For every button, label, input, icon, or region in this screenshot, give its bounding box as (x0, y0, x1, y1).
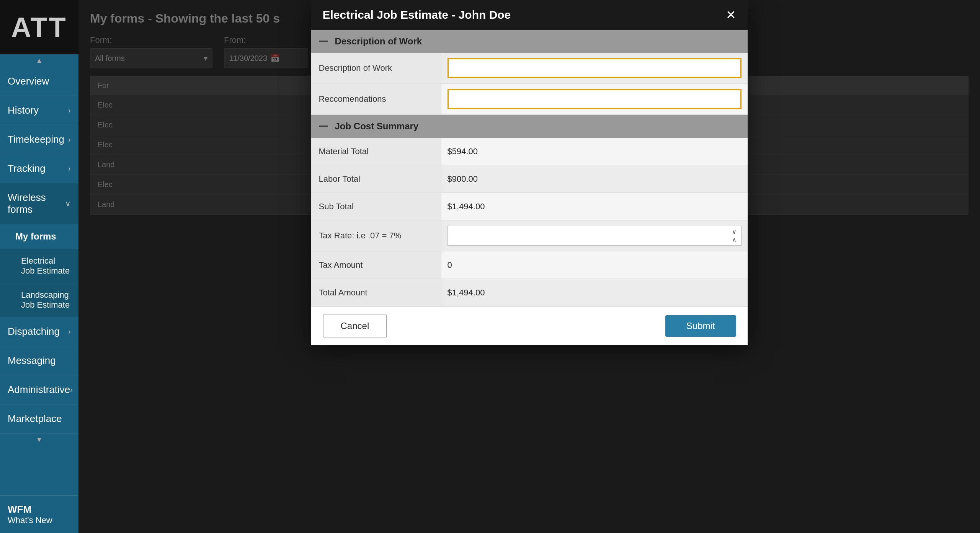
whats-new-label[interactable]: What's New (8, 515, 71, 525)
field-value-description (441, 53, 748, 83)
field-label-description: Description of Work (311, 53, 441, 83)
sidebar-item-label: Electrical Job Estimate (21, 256, 70, 275)
field-label-recommendations: Reccomendations (311, 84, 441, 114)
sidebar-item-electrical-job-estimate[interactable]: Electrical Job Estimate (0, 249, 78, 283)
modal-close-button[interactable]: ✕ (726, 9, 736, 21)
collapse-icon[interactable] (319, 126, 328, 127)
tax-amount-value: 0 (448, 260, 452, 270)
modal-overlay: Electrical Job Estimate - John Doe ✕ Des… (78, 0, 980, 533)
form-row-total-amount: Total Amount $1,494.00 (311, 279, 748, 306)
sidebar-item-label: Administrative (8, 384, 70, 396)
field-label-tax-rate: Tax Rate: i.e .07 = 7% (311, 220, 441, 251)
field-value-total-amount: $1,494.00 (441, 279, 748, 306)
field-label-tax-amount: Tax Amount (311, 251, 441, 279)
modal-body[interactable]: Description of Work Description of Work … (311, 30, 748, 306)
sidebar: ATT ▲ Overview History › Timekeeping › T… (0, 0, 78, 533)
field-label-material-total: Material Total (311, 138, 441, 165)
sidebar-item-history[interactable]: History › (0, 96, 78, 125)
collapse-icon[interactable] (319, 41, 328, 42)
sidebar-scroll-up[interactable]: ▲ (0, 54, 78, 67)
sidebar-item-wireless-forms[interactable]: Wireless forms ∨ (0, 183, 78, 224)
sidebar-item-dispatching[interactable]: Dispatching › (0, 317, 78, 346)
sidebar-item-label: Dispatching (8, 326, 60, 337)
tax-rate-arrows: ∨ ∧ (732, 228, 737, 243)
modal-footer: Cancel Submit (311, 306, 748, 345)
form-row-tax-rate: Tax Rate: i.e .07 = 7% ∨ ∧ (311, 220, 748, 251)
field-label-total-amount: Total Amount (311, 279, 441, 306)
field-value-material-total: $594.00 (441, 138, 748, 165)
total-amount-value: $1,494.00 (448, 288, 485, 298)
chevron-right-icon: › (68, 135, 71, 144)
recommendations-input[interactable] (448, 89, 742, 109)
sidebar-item-my-forms[interactable]: My forms (0, 224, 78, 249)
sidebar-item-landscaping-job-estimate[interactable]: Landscaping Job Estimate (0, 283, 78, 317)
modal-dialog: Electrical Job Estimate - John Doe ✕ Des… (311, 0, 748, 345)
modal-header: Electrical Job Estimate - John Doe ✕ (311, 0, 748, 30)
section-description-of-work: Description of Work (311, 30, 748, 53)
sidebar-item-label: History (8, 104, 39, 116)
chevron-up-icon: ∧ (732, 236, 737, 243)
form-row-material-total: Material Total $594.00 (311, 138, 748, 165)
modal-title: Electrical Job Estimate - John Doe (323, 8, 511, 21)
field-value-tax-amount: 0 (441, 251, 748, 279)
sidebar-item-label: Timekeeping (8, 134, 64, 145)
section-job-cost-summary: Job Cost Summary (311, 115, 748, 138)
sidebar-item-label: Tracking (8, 163, 46, 174)
sidebar-item-label: Wireless forms (8, 192, 65, 215)
field-value-sub-total: $1,494.00 (441, 193, 748, 220)
tax-rate-dropdown[interactable]: ∨ ∧ (448, 226, 742, 246)
description-of-work-input[interactable] (448, 58, 742, 78)
sub-total-value: $1,494.00 (448, 202, 485, 212)
chevron-right-icon: › (68, 327, 71, 336)
chevron-right-icon: › (68, 106, 71, 115)
sidebar-item-messaging[interactable]: Messaging (0, 346, 78, 375)
field-value-labor-total: $900.00 (441, 165, 748, 192)
sidebar-item-label: Marketplace (8, 413, 62, 425)
field-label-sub-total: Sub Total (311, 193, 441, 220)
sidebar-bottom: WFM What's New (0, 496, 78, 533)
app-logo: ATT (0, 0, 78, 54)
sidebar-item-label: Messaging (8, 355, 56, 367)
field-label-labor-total: Labor Total (311, 165, 441, 192)
sidebar-item-administrative[interactable]: Administrative › (0, 375, 78, 404)
sidebar-item-overview[interactable]: Overview (0, 67, 78, 96)
chevron-right-icon: › (68, 164, 71, 173)
main-area: My forms - Showing the last 50 s Form: A… (78, 0, 980, 533)
sidebar-item-tracking[interactable]: Tracking › (0, 154, 78, 183)
sidebar-item-timekeeping[interactable]: Timekeeping › (0, 125, 78, 154)
form-row-description: Description of Work (311, 53, 748, 84)
sidebar-item-label: Overview (8, 75, 49, 87)
sidebar-item-marketplace[interactable]: Marketplace (0, 404, 78, 434)
chevron-right-icon: › (70, 385, 73, 394)
cancel-button[interactable]: Cancel (323, 315, 387, 337)
labor-total-value: $900.00 (448, 174, 478, 184)
submit-button[interactable]: Submit (665, 315, 736, 337)
form-row-sub-total: Sub Total $1,494.00 (311, 193, 748, 220)
material-total-value: $594.00 (448, 147, 478, 156)
sidebar-scroll-down[interactable]: ▼ (0, 434, 78, 446)
wfm-label: WFM (8, 504, 71, 515)
sidebar-item-label: My forms (15, 231, 56, 241)
field-value-tax-rate: ∨ ∧ (441, 220, 748, 251)
form-row-labor-total: Labor Total $900.00 (311, 165, 748, 193)
chevron-down-icon: ∨ (65, 199, 71, 208)
section-title: Description of Work (335, 36, 422, 47)
form-row-recommendations: Reccomendations (311, 84, 748, 115)
field-value-recommendations (441, 84, 748, 114)
chevron-down-icon: ∨ (732, 228, 737, 235)
section-title: Job Cost Summary (335, 121, 419, 132)
form-row-tax-amount: Tax Amount 0 (311, 251, 748, 279)
sidebar-item-label: Landscaping Job Estimate (21, 290, 70, 310)
